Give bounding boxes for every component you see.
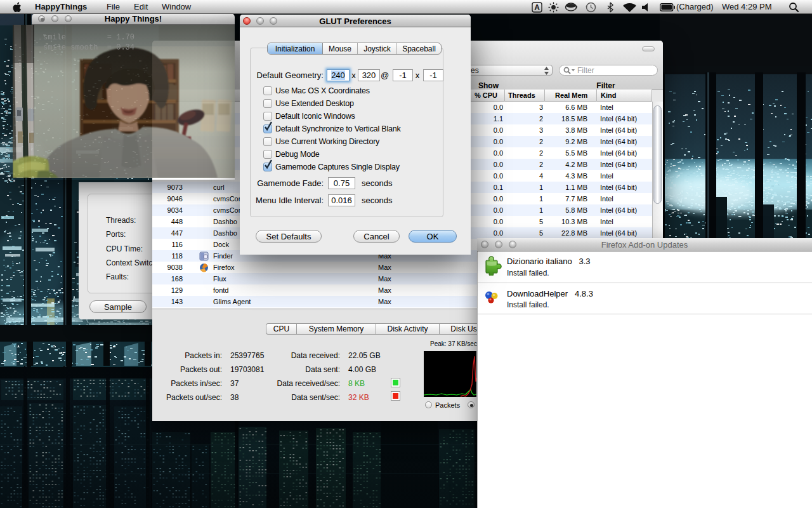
svg-text:A: A <box>534 3 540 12</box>
